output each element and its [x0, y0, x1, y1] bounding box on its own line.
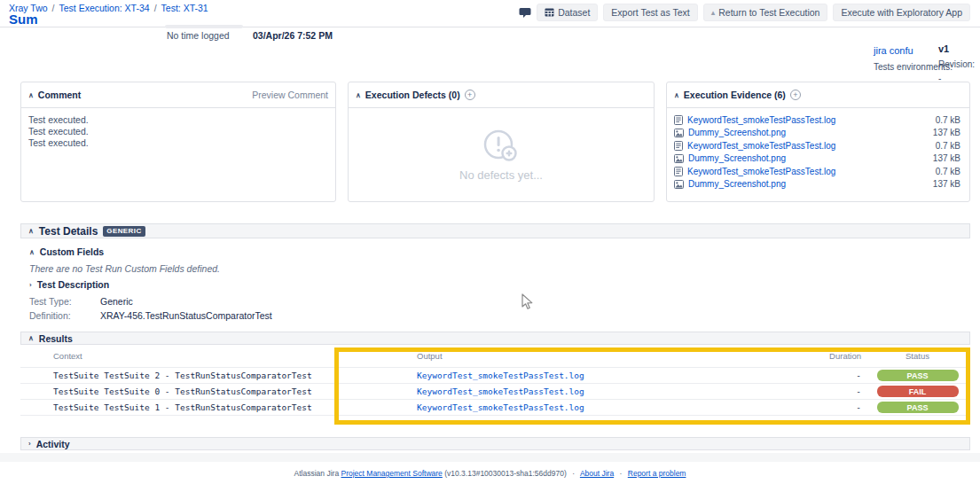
test-details-title: Test Details [39, 225, 98, 238]
result-duration: - [816, 371, 865, 380]
status-pill: PASS [877, 370, 959, 381]
definition-label: Definition: [29, 310, 71, 321]
execution-evidence-panel: ∧ Execution Evidence (6) + KeywordTest_s… [666, 82, 970, 202]
comment-panel: ∧ Comment Preview Comment Test executed.… [20, 82, 336, 202]
column-header-duration: Duration [816, 351, 865, 361]
result-context: TestSuite TestSuite 0 - TestRunStatusCom… [53, 386, 417, 396]
comment-line: Test executed. [28, 126, 328, 137]
image-file-icon [674, 129, 684, 137]
footer-software-link[interactable]: Project Management Software [341, 469, 443, 478]
chevron-right-icon: › [28, 440, 31, 448]
breadcrumb: Xray Two / Test Execution: XT-34 / Test:… [9, 3, 208, 13]
results-header[interactable]: ∧ Results [20, 332, 970, 345]
status-pill: PASS [877, 402, 959, 413]
breadcrumb-test-link[interactable]: Test: XT-31 [161, 3, 208, 13]
evidence-item: KeywordTest_smokeTestPassTest.log 0.7 kB [674, 139, 960, 152]
chevron-up-icon[interactable]: ∧ [674, 91, 679, 99]
result-duration: - [816, 386, 865, 396]
add-defect-icon[interactable]: + [465, 90, 475, 100]
chevron-up-icon[interactable]: ∧ [356, 91, 361, 99]
evidence-file-link[interactable]: Dummy_Screenshot.png [688, 128, 786, 137]
no-defects-text: No defects yet... [459, 168, 543, 182]
footer-dot: · [568, 469, 578, 478]
footer-dot: · [616, 469, 626, 478]
fix-version: v1 [938, 43, 949, 54]
log-file-icon [674, 115, 683, 125]
chevron-up-icon[interactable]: ∧ [28, 227, 34, 235]
export-test-button[interactable]: Export Test as Text [603, 4, 697, 21]
preview-comment-link[interactable]: Preview Comment [252, 90, 328, 100]
log-file-icon [674, 141, 683, 151]
column-header-output: Output [417, 351, 816, 361]
comment-panel-header: ∧ Comment Preview Comment [21, 82, 335, 108]
page-title: Sum [9, 12, 38, 27]
chevron-up-icon[interactable]: ∧ [28, 91, 34, 99]
result-duration: - [816, 402, 865, 412]
return-button-label: Return to Test Execution [718, 7, 819, 18]
feedback-bubble-icon[interactable] [519, 7, 531, 19]
test-details-header[interactable]: ∧ Test Details GENERIC [20, 223, 970, 238]
evidence-item: KeywordTest_smokeTestPassTest.log 0.7 kB [674, 165, 960, 178]
result-context: TestSuite TestSuite 1 - TestRunStatusCom… [53, 402, 417, 412]
execute-button-label: Execute with Exploratory App [841, 7, 962, 18]
defects-panel-header: ∧ Execution Defects (0) + [349, 82, 654, 108]
comment-line: Test executed. [28, 114, 328, 126]
comment-body[interactable]: Test executed. Test executed. Test execu… [21, 108, 335, 155]
result-row: TestSuite TestSuite 1 - TestRunStatusCom… [20, 400, 970, 416]
image-file-icon [674, 154, 684, 163]
result-row: TestSuite TestSuite 2 - TestRunStatusCom… [20, 368, 970, 384]
custom-fields-header[interactable]: ∧ Custom Fields [29, 246, 104, 257]
no-defects-icon [481, 128, 521, 163]
status-pill: FAIL [877, 386, 959, 397]
dataset-button-label: Dataset [558, 7, 590, 18]
footer-prefix: Atlassian Jira [294, 469, 340, 478]
breadcrumb-separator: / [154, 3, 157, 13]
test-description-title: Test Description [37, 279, 110, 290]
chevron-up-icon: ∧ [28, 334, 34, 342]
test-type-value: Generic [100, 296, 133, 307]
revision-label: Revision: [938, 59, 975, 69]
activity-header[interactable]: › Activity [20, 437, 970, 450]
footer-about-link[interactable]: About Jira [580, 469, 614, 478]
breadcrumb-execution-link[interactable]: Test Execution: XT-34 [59, 3, 150, 13]
time-logged-strip [165, 25, 243, 28]
evidence-panel-title: Execution Evidence (6) [684, 90, 786, 100]
result-output-link[interactable]: KeywordTest_smokeTestPassTest.log [417, 386, 584, 396]
evidence-file-size: 137 kB [933, 153, 960, 163]
add-evidence-icon[interactable]: + [790, 90, 801, 100]
evidence-item: Dummy_Screenshot.png 137 kB [674, 127, 960, 140]
result-row: TestSuite TestSuite 0 - TestRunStatusCom… [20, 384, 970, 400]
chevron-up-icon: ∧ [29, 248, 35, 256]
test-description-header[interactable]: › Test Description [29, 279, 109, 290]
evidence-file-link[interactable]: KeywordTest_smokeTestPassTest.log [687, 115, 835, 125]
evidence-file-link[interactable]: Dummy_Screenshot.png [688, 153, 786, 163]
evidence-file-link[interactable]: Dummy_Screenshot.png [688, 179, 786, 189]
evidence-file-size: 137 kB [933, 128, 960, 137]
evidence-file-link[interactable]: KeywordTest_smokeTestPassTest.log [687, 167, 835, 176]
defects-empty-state: No defects yet... [349, 108, 654, 201]
custom-fields-title: Custom Fields [40, 246, 104, 257]
test-type-label: Test Type: [29, 296, 72, 307]
evidence-item: Dummy_Screenshot.png 137 kB [674, 178, 960, 191]
result-output-link[interactable]: KeywordTest_smokeTestPassTest.log [417, 402, 584, 412]
evidence-file-link[interactable]: KeywordTest_smokeTestPassTest.log [687, 141, 835, 151]
comment-panel-title: Comment [38, 90, 81, 100]
executed-by-user-link[interactable]: jira confu [874, 45, 913, 56]
toolbar: Dataset Export Test as Text ▴ Return to … [519, 4, 970, 21]
section-bottom-band [0, 453, 980, 462]
activity-title: Activity [36, 439, 70, 449]
evidence-file-size: 0.7 kB [936, 115, 960, 125]
result-output-link[interactable]: KeywordTest_smokeTestPassTest.log [417, 371, 584, 380]
footer: Atlassian Jira Project Management Softwa… [0, 469, 980, 478]
dataset-button[interactable]: Dataset [537, 4, 598, 21]
footer-report-link[interactable]: Report a problem [628, 469, 686, 478]
evidence-panel-header: ∧ Execution Evidence (6) + [667, 82, 969, 108]
return-to-execution-button[interactable]: ▴ Return to Test Execution [703, 4, 828, 21]
results-table: Context Output Duration Status TestSuite… [20, 345, 970, 416]
breadcrumb-separator: / [52, 3, 55, 13]
definition-value: XRAY-456.TestRunStatusComparatorTest [100, 310, 272, 321]
custom-fields-empty-text: There are no Test Run Custom Fields defi… [29, 263, 220, 274]
caret-up-icon: ▴ [711, 8, 716, 17]
evidence-list: KeywordTest_smokeTestPassTest.log 0.7 kB… [667, 108, 969, 191]
execute-exploratory-button[interactable]: Execute with Exploratory App [833, 4, 970, 21]
